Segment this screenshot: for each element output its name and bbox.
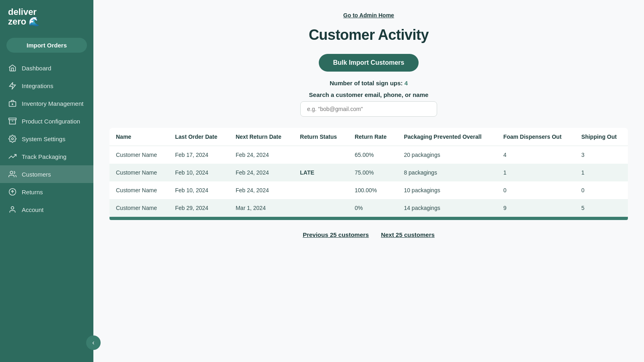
signup-count-label: Number of total sign ups: 4 <box>109 80 628 86</box>
table-cell: Feb 24, 2024 <box>229 181 293 199</box>
customer-table: Name Last Order Date Next Return Date Re… <box>109 128 628 217</box>
sidebar-item-integrations[interactable]: Integrations <box>0 77 93 95</box>
table-cell <box>293 146 348 164</box>
table-row: Customer NameFeb 10, 2024Feb 24, 2024100… <box>109 181 628 199</box>
logo: deliver zero 🌊 <box>0 0 93 34</box>
search-label: Search a customer email, phone, or name <box>109 91 628 98</box>
logo-text-line1: deliver <box>8 7 39 17</box>
sidebar-item-account[interactable]: Account <box>0 201 93 218</box>
page-title: Customer Activity <box>109 27 628 43</box>
table-cell <box>293 181 348 199</box>
table-cell: LATE <box>293 164 348 181</box>
table-cell: 0 <box>497 181 575 199</box>
table-cell: Mar 1, 2024 <box>229 199 293 217</box>
svg-point-9 <box>11 207 14 210</box>
col-header-last-order: Last Order Date <box>169 128 229 146</box>
col-header-return-rate: Return Rate <box>348 128 397 146</box>
box-icon <box>8 99 17 108</box>
svg-rect-3 <box>9 118 16 120</box>
table-cell: 9 <box>497 199 575 217</box>
nav-list: Dashboard Integrations Inventory Managem… <box>0 59 93 362</box>
user-icon <box>8 205 17 214</box>
table-cell: 1 <box>497 164 575 181</box>
admin-home-link[interactable]: Go to Admin Home <box>109 12 628 19</box>
col-header-return-status: Return Status <box>293 128 348 146</box>
table-cell: 65.00% <box>348 146 397 164</box>
col-header-packaging-prevented: Packaging Prevented Overall <box>397 128 497 146</box>
table-cell: Customer Name <box>109 146 169 164</box>
table-cell: Customer Name <box>109 199 169 217</box>
svg-point-6 <box>10 171 13 174</box>
sidebar: deliver zero 🌊 Import Orders Dashboard I… <box>0 0 93 362</box>
table-cell <box>293 199 348 217</box>
sidebar-item-label-customers: Customers <box>22 171 51 178</box>
table-cell: 14 packagings <box>397 199 497 217</box>
table-cell: Feb 10, 2024 <box>169 181 229 199</box>
table-bottom-bar <box>109 217 628 220</box>
sidebar-item-label-account: Account <box>22 206 43 213</box>
table-cell: Customer Name <box>109 164 169 181</box>
table-cell: 8 packagings <box>397 164 497 181</box>
sidebar-item-label-product: Product Configuration <box>22 118 80 125</box>
table-cell: 4 <box>497 146 575 164</box>
signup-count-number: 4 <box>405 80 408 86</box>
table-cell: Customer Name <box>109 181 169 199</box>
main-content: Go to Admin Home Customer Activity Bulk … <box>93 0 644 362</box>
table-cell: Feb 10, 2024 <box>169 164 229 181</box>
sidebar-item-system-settings[interactable]: System Settings <box>0 130 93 148</box>
import-orders-button[interactable]: Import Orders <box>6 38 87 53</box>
table-cell: 0% <box>348 199 397 217</box>
table-cell: Feb 17, 2024 <box>169 146 229 164</box>
package-icon <box>8 117 17 125</box>
table-cell: Feb 24, 2024 <box>229 164 293 181</box>
table-cell: 20 packagings <box>397 146 497 164</box>
table-row: Customer NameFeb 29, 2024Mar 1, 20240%14… <box>109 199 628 217</box>
col-header-foam-dispensers: Foam Dispensers Out <box>497 128 575 146</box>
table-row: Customer NameFeb 17, 2024Feb 24, 202465.… <box>109 146 628 164</box>
table-cell: 0 <box>575 181 628 199</box>
users-icon <box>8 170 17 179</box>
sidebar-item-track-packaging[interactable]: Track Packaging <box>0 148 93 165</box>
col-header-shipping-out: Shipping Out <box>575 128 628 146</box>
sidebar-item-customers[interactable]: Customers <box>0 165 93 183</box>
logo-text-line2: zero 🌊 <box>8 17 39 27</box>
table-cell: 100.00% <box>348 181 397 199</box>
sidebar-item-label-dashboard: Dashboard <box>22 65 51 72</box>
bulk-import-button[interactable]: Bulk Import Customers <box>319 54 419 72</box>
sidebar-item-label-settings: System Settings <box>22 136 65 142</box>
table-cell: 5 <box>575 199 628 217</box>
sidebar-item-returns[interactable]: Returns <box>0 183 93 201</box>
home-icon <box>8 64 17 72</box>
sidebar-item-label-track: Track Packaging <box>22 153 66 160</box>
sidebar-item-label-inventory: Inventory Management <box>22 100 83 107</box>
table-cell: Feb 24, 2024 <box>229 146 293 164</box>
table-cell: 3 <box>575 146 628 164</box>
sidebar-item-inventory-management[interactable]: Inventory Management <box>0 95 93 112</box>
table-cell: 1 <box>575 164 628 181</box>
col-header-next-return: Next Return Date <box>229 128 293 146</box>
sidebar-item-product-configuration[interactable]: Product Configuration <box>0 112 93 130</box>
settings-icon <box>8 134 17 143</box>
trending-up-icon <box>8 152 17 161</box>
table-header-row: Name Last Order Date Next Return Date Re… <box>109 128 628 146</box>
pagination: Previous 25 customers Next 25 customers <box>109 231 628 238</box>
sidebar-item-dashboard[interactable]: Dashboard <box>0 59 93 77</box>
sidebar-item-label-returns: Returns <box>22 189 43 195</box>
col-header-name: Name <box>109 128 169 146</box>
search-input[interactable] <box>300 101 437 117</box>
table-cell: Feb 29, 2024 <box>169 199 229 217</box>
customer-table-body: Customer NameFeb 17, 2024Feb 24, 202465.… <box>109 146 628 217</box>
table-row: Customer NameFeb 10, 2024Feb 24, 2024LAT… <box>109 164 628 181</box>
table-cell: 75.00% <box>348 164 397 181</box>
sidebar-collapse-button[interactable]: ‹ <box>86 335 101 350</box>
sidebar-item-label-integrations: Integrations <box>22 82 53 89</box>
next-customers-link[interactable]: Next 25 customers <box>381 231 434 238</box>
svg-point-5 <box>12 138 14 140</box>
previous-customers-link[interactable]: Previous 25 customers <box>303 231 369 238</box>
table-cell: 10 packagings <box>397 181 497 199</box>
zap-icon <box>8 81 17 90</box>
arrow-circle-icon <box>8 187 17 196</box>
